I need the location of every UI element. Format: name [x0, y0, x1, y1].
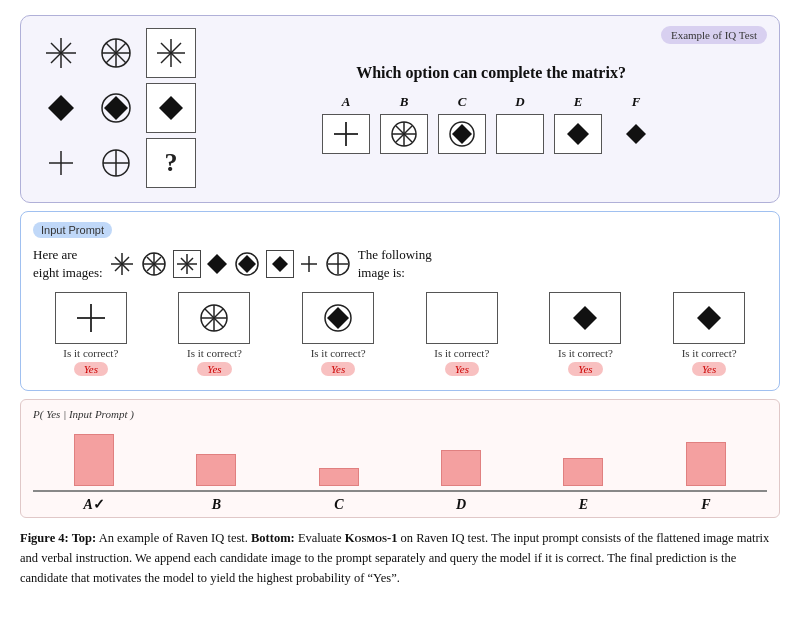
input-prompt-section: Input Prompt Here areeight images: — [20, 211, 780, 391]
candidate-d: Is it correct? Yes — [426, 292, 498, 376]
candidate-e-correct-label: Is it correct? — [558, 347, 613, 359]
candidate-a-box — [55, 292, 127, 344]
inline-icons — [109, 250, 352, 278]
caption-top-text: An example of Raven IQ test. — [99, 531, 251, 545]
bar-labels-row: A✓ B C D E F — [33, 496, 767, 513]
candidate-e-yes: Yes — [568, 362, 602, 376]
option-a: A — [322, 94, 370, 154]
bar-label-b: B — [181, 496, 251, 513]
iq-test-label: Example of IQ Test — [661, 26, 767, 44]
matrix-cell-r0c1 — [91, 28, 141, 78]
bar-label-a: A✓ — [59, 496, 129, 513]
caption-bottom-label: Bottom: — [251, 531, 295, 545]
bars-row — [33, 426, 767, 486]
option-f-label: F — [632, 94, 641, 110]
bar-b — [181, 454, 251, 486]
bar-label-d: D — [426, 496, 496, 513]
option-b-label: B — [400, 94, 409, 110]
axis-line — [33, 490, 767, 492]
option-c-label: C — [458, 94, 467, 110]
bar-c — [304, 468, 374, 486]
matrix-cell-r2c2: ? — [146, 138, 196, 188]
bar-label-c: C — [304, 496, 374, 513]
question-title: Which option can complete the matrix? — [218, 64, 764, 82]
candidate-c-box — [302, 292, 374, 344]
svg-marker-31 — [567, 123, 589, 145]
option-a-label: A — [342, 94, 351, 110]
option-c: C — [438, 94, 486, 154]
candidate-b-yes: Yes — [197, 362, 231, 376]
bar-c-label-text: C — [334, 497, 343, 513]
candidate-c-correct-label: Is it correct? — [311, 347, 366, 359]
inline-icon-7 — [299, 254, 319, 274]
option-f: F — [612, 94, 660, 154]
option-d-label: D — [515, 94, 524, 110]
bar-f — [671, 442, 741, 486]
matrix-cell-r1c2 — [146, 83, 196, 133]
svg-marker-48 — [238, 255, 256, 273]
option-d-box — [496, 114, 544, 154]
svg-marker-15 — [104, 96, 128, 120]
matrix-cell-r2c1 — [91, 138, 141, 188]
matrix-grid: ? — [36, 28, 198, 190]
svg-marker-65 — [697, 306, 721, 330]
inline-icon-5 — [233, 250, 261, 278]
question-part: Which option can complete the matrix? A … — [208, 64, 764, 154]
option-f-box — [612, 114, 660, 154]
prob-title: P( Yes | Input Prompt ) — [33, 408, 767, 420]
matrix-cell-r0c0 — [36, 28, 86, 78]
candidate-f: Is it correct? Yes — [673, 292, 745, 376]
options-row: A B C — [218, 94, 764, 154]
bar-e — [548, 458, 618, 486]
bar-a-label-text: A✓ — [83, 496, 104, 513]
bar-f-label-text: F — [701, 497, 710, 513]
candidate-d-correct-label: Is it correct? — [434, 347, 489, 359]
matrix-section: ? Which option can complete the matrix? … — [36, 28, 764, 190]
candidate-b-box — [178, 292, 250, 344]
svg-marker-13 — [48, 95, 74, 121]
bar-b-fill — [196, 454, 236, 486]
svg-marker-30 — [452, 124, 472, 144]
bar-a — [59, 434, 129, 486]
caption-kosmos: Kosmos-1 — [345, 531, 398, 545]
option-d: D — [496, 94, 544, 154]
svg-marker-46 — [207, 254, 227, 274]
caption-bottom-text: Evaluate — [298, 531, 345, 545]
candidate-f-box — [673, 292, 745, 344]
bar-a-fill — [74, 434, 114, 486]
bar-e-fill — [563, 458, 603, 486]
matrix-cell-r1c0 — [36, 83, 86, 133]
inline-icon-2 — [140, 250, 168, 278]
candidate-f-correct-label: Is it correct? — [682, 347, 737, 359]
bar-f-fill — [686, 442, 726, 486]
option-c-box — [438, 114, 486, 154]
prompt-text-before: Here areeight images: — [33, 246, 103, 282]
bar-b-label-text: B — [212, 497, 221, 513]
prob-section: P( Yes | Input Prompt ) A✓ B C — [20, 399, 780, 518]
iq-test-container: Example of IQ Test — [20, 15, 780, 203]
candidate-e: Is it correct? Yes — [549, 292, 621, 376]
matrix-cell-r1c1 — [91, 83, 141, 133]
option-e-label: E — [574, 94, 583, 110]
bar-d — [426, 450, 496, 486]
caption-figure-num: Figure 4: — [20, 531, 72, 545]
svg-marker-63 — [327, 307, 349, 329]
bar-d-fill — [441, 450, 481, 486]
candidate-d-box — [426, 292, 498, 344]
candidate-d-yes: Yes — [445, 362, 479, 376]
svg-marker-49 — [272, 256, 288, 272]
candidate-a: Is it correct? Yes — [55, 292, 127, 376]
candidate-e-box — [549, 292, 621, 344]
caption-top-label: Top: — [72, 531, 97, 545]
inline-icon-6 — [266, 250, 294, 278]
option-b: B — [380, 94, 428, 154]
prompt-row: Here areeight images: — [33, 246, 767, 282]
figure-caption: Figure 4: Top: An example of Raven IQ te… — [20, 528, 780, 588]
candidate-c-yes: Yes — [321, 362, 355, 376]
candidate-c: Is it correct? Yes — [302, 292, 374, 376]
candidate-a-yes: Yes — [74, 362, 108, 376]
inline-icon-1 — [109, 251, 135, 277]
svg-marker-64 — [573, 306, 597, 330]
option-b-box — [380, 114, 428, 154]
bar-e-label-text: E — [579, 497, 588, 513]
